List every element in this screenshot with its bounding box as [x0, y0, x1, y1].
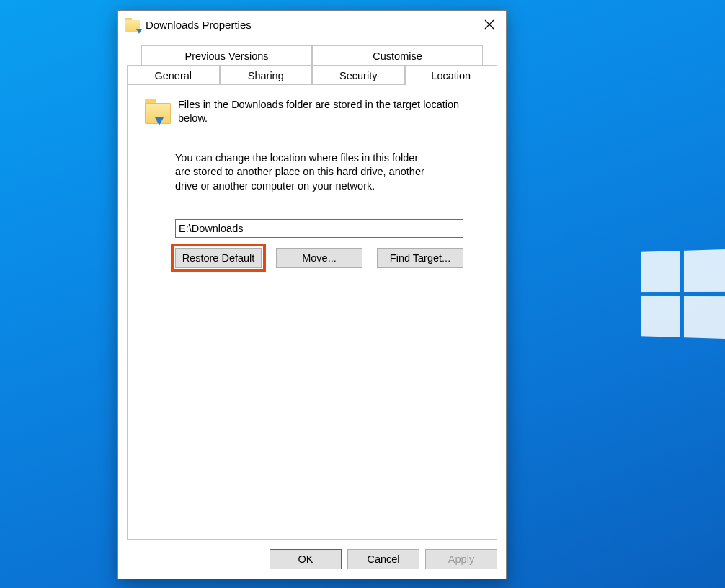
tab-security[interactable]: Security [312, 65, 405, 85]
restore-default-button[interactable]: Restore Default [175, 248, 262, 268]
info-text: Files in the Downloads folder are stored… [178, 98, 479, 125]
cancel-button[interactable]: Cancel [347, 549, 419, 569]
find-target-button[interactable]: Find Target... [377, 248, 463, 268]
tab-panel-location: Files in the Downloads folder are stored… [127, 84, 497, 540]
dialog-footer: OK Cancel Apply [118, 540, 506, 579]
apply-button[interactable]: Apply [425, 549, 497, 569]
tab-location[interactable]: Location [405, 65, 498, 85]
ok-button[interactable]: OK [270, 549, 342, 569]
downloads-large-icon [145, 98, 171, 124]
tab-previous-versions[interactable]: Previous Versions [141, 45, 312, 66]
tab-sharing[interactable]: Sharing [220, 65, 313, 85]
close-icon [484, 19, 494, 30]
downloads-folder-icon [125, 17, 140, 32]
tab-customise[interactable]: Customise [312, 45, 483, 66]
move-button[interactable]: Move... [276, 248, 362, 268]
window-title: Downloads Properties [146, 19, 473, 31]
location-path-input[interactable] [175, 219, 463, 238]
close-button[interactable] [473, 11, 506, 38]
properties-dialog: Downloads Properties Previous Versions C… [117, 10, 507, 579]
desktop-wallpaper: Downloads Properties Previous Versions C… [0, 0, 725, 588]
title-bar[interactable]: Downloads Properties [118, 11, 506, 38]
tab-general[interactable]: General [127, 65, 220, 85]
tab-strip: Previous Versions Customise General Shar… [127, 45, 497, 84]
windows-logo-icon [641, 249, 725, 339]
description-text: You can change the location where files … [175, 151, 435, 194]
highlight-annotation: Restore Default [171, 244, 266, 272]
